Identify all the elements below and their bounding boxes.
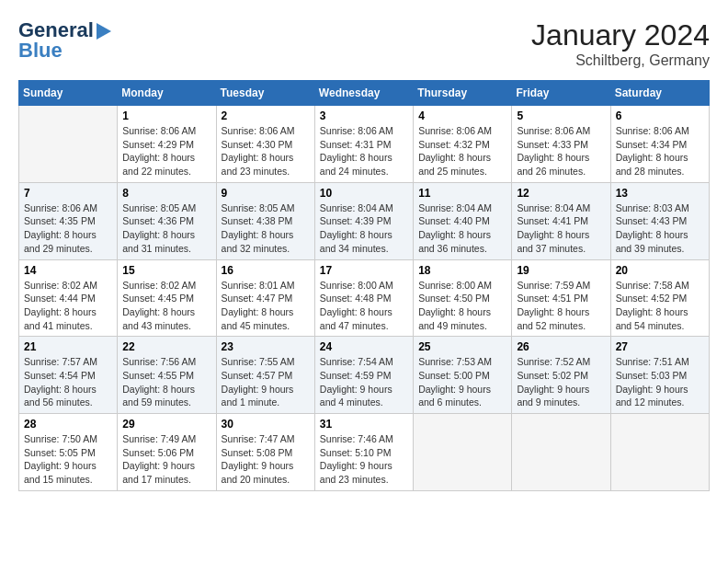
day-number: 14 <box>24 264 112 277</box>
calendar-week-row: 1Sunrise: 8:06 AMSunset: 4:29 PMDaylight… <box>19 106 710 183</box>
month-title: January 2024 <box>531 18 710 52</box>
calendar-cell: 28Sunrise: 7:50 AMSunset: 5:05 PMDayligh… <box>19 414 118 491</box>
day-header-friday: Friday <box>512 81 610 106</box>
calendar-week-row: 7Sunrise: 8:06 AMSunset: 4:35 PMDaylight… <box>19 182 710 259</box>
day-info: Sunrise: 7:49 AMSunset: 5:06 PMDaylight:… <box>122 432 210 487</box>
day-number: 27 <box>616 340 704 353</box>
day-info: Sunrise: 8:06 AMSunset: 4:30 PMDaylight:… <box>222 124 310 178</box>
day-number: 25 <box>418 340 506 353</box>
day-number: 31 <box>320 418 408 431</box>
day-number: 28 <box>24 418 112 431</box>
logo-blue: Blue <box>18 39 63 63</box>
calendar-cell: 2Sunrise: 8:06 AMSunset: 4:30 PMDaylight… <box>216 106 314 183</box>
day-info: Sunrise: 7:56 AMSunset: 4:55 PMDaylight:… <box>122 355 210 409</box>
day-number: 7 <box>24 187 112 200</box>
calendar-cell <box>19 106 118 183</box>
day-info: Sunrise: 7:52 AMSunset: 5:02 PMDaylight:… <box>517 355 605 409</box>
calendar-cell: 29Sunrise: 7:49 AMSunset: 5:06 PMDayligh… <box>118 414 216 491</box>
day-info: Sunrise: 8:05 AMSunset: 4:36 PMDaylight:… <box>122 201 210 256</box>
calendar-cell <box>512 414 610 491</box>
day-number: 17 <box>320 264 408 277</box>
calendar-cell: 12Sunrise: 8:04 AMSunset: 4:41 PMDayligh… <box>512 182 610 259</box>
calendar-cell: 21Sunrise: 7:57 AMSunset: 4:54 PMDayligh… <box>19 337 118 414</box>
day-info: Sunrise: 8:02 AMSunset: 4:45 PMDaylight:… <box>122 279 210 333</box>
calendar-cell: 5Sunrise: 8:06 AMSunset: 4:33 PMDaylight… <box>512 106 610 183</box>
day-number: 24 <box>320 340 408 353</box>
day-number: 23 <box>222 340 310 353</box>
day-number: 5 <box>517 109 605 122</box>
day-number: 3 <box>320 109 408 122</box>
calendar-cell: 25Sunrise: 7:53 AMSunset: 5:00 PMDayligh… <box>414 337 512 414</box>
day-number: 22 <box>122 340 210 353</box>
calendar-cell: 20Sunrise: 7:58 AMSunset: 4:52 PMDayligh… <box>610 259 709 337</box>
calendar-cell: 18Sunrise: 8:00 AMSunset: 4:50 PMDayligh… <box>414 259 512 337</box>
day-info: Sunrise: 7:55 AMSunset: 4:57 PMDaylight:… <box>222 355 310 409</box>
calendar-table: SundayMondayTuesdayWednesdayThursdayFrid… <box>18 80 710 491</box>
calendar-cell <box>414 414 512 491</box>
calendar-cell: 4Sunrise: 8:06 AMSunset: 4:32 PMDaylight… <box>414 106 512 183</box>
calendar-week-row: 28Sunrise: 7:50 AMSunset: 5:05 PMDayligh… <box>19 414 710 491</box>
title-block: January 2024 Schiltberg, Germany <box>531 18 710 69</box>
day-header-thursday: Thursday <box>414 81 512 106</box>
day-number: 21 <box>24 340 112 353</box>
calendar-cell: 22Sunrise: 7:56 AMSunset: 4:55 PMDayligh… <box>118 337 216 414</box>
day-info: Sunrise: 8:06 AMSunset: 4:31 PMDaylight:… <box>320 124 408 178</box>
day-number: 11 <box>418 187 506 200</box>
day-number: 19 <box>517 264 605 277</box>
day-info: Sunrise: 7:59 AMSunset: 4:51 PMDaylight:… <box>517 279 605 333</box>
calendar-cell: 6Sunrise: 8:06 AMSunset: 4:34 PMDaylight… <box>610 106 709 183</box>
day-number: 4 <box>418 109 506 122</box>
calendar-cell: 9Sunrise: 8:05 AMSunset: 4:38 PMDaylight… <box>216 182 314 259</box>
day-info: Sunrise: 8:06 AMSunset: 4:35 PMDaylight:… <box>24 201 112 256</box>
calendar-cell: 14Sunrise: 8:02 AMSunset: 4:44 PMDayligh… <box>19 259 118 337</box>
day-number: 9 <box>222 187 310 200</box>
day-info: Sunrise: 8:06 AMSunset: 4:29 PMDaylight:… <box>122 124 210 178</box>
day-number: 10 <box>320 187 408 200</box>
day-header-tuesday: Tuesday <box>216 81 314 106</box>
day-info: Sunrise: 8:04 AMSunset: 4:40 PMDaylight:… <box>418 201 506 256</box>
calendar-cell: 7Sunrise: 8:06 AMSunset: 4:35 PMDaylight… <box>19 182 118 259</box>
day-header-sunday: Sunday <box>19 81 118 106</box>
day-info: Sunrise: 7:47 AMSunset: 5:08 PMDaylight:… <box>222 432 310 487</box>
day-info: Sunrise: 7:58 AMSunset: 4:52 PMDaylight:… <box>616 279 704 333</box>
calendar-cell: 26Sunrise: 7:52 AMSunset: 5:02 PMDayligh… <box>512 337 610 414</box>
day-info: Sunrise: 8:06 AMSunset: 4:33 PMDaylight:… <box>517 124 605 178</box>
day-number: 26 <box>517 340 605 353</box>
day-info: Sunrise: 7:46 AMSunset: 5:10 PMDaylight:… <box>320 432 408 487</box>
day-info: Sunrise: 8:06 AMSunset: 4:32 PMDaylight:… <box>418 124 506 178</box>
day-info: Sunrise: 8:02 AMSunset: 4:44 PMDaylight:… <box>24 279 112 333</box>
calendar-cell: 3Sunrise: 8:06 AMSunset: 4:31 PMDaylight… <box>314 106 413 183</box>
day-info: Sunrise: 8:04 AMSunset: 4:41 PMDaylight:… <box>517 201 605 256</box>
calendar-cell: 17Sunrise: 8:00 AMSunset: 4:48 PMDayligh… <box>314 259 413 337</box>
day-number: 15 <box>122 264 210 277</box>
day-info: Sunrise: 7:54 AMSunset: 4:59 PMDaylight:… <box>320 355 408 409</box>
day-info: Sunrise: 7:50 AMSunset: 5:05 PMDaylight:… <box>24 432 112 487</box>
calendar-header-row: SundayMondayTuesdayWednesdayThursdayFrid… <box>19 81 710 106</box>
calendar-week-row: 21Sunrise: 7:57 AMSunset: 4:54 PMDayligh… <box>19 337 710 414</box>
calendar-cell: 16Sunrise: 8:01 AMSunset: 4:47 PMDayligh… <box>216 259 314 337</box>
day-number: 2 <box>222 109 310 122</box>
day-info: Sunrise: 8:06 AMSunset: 4:34 PMDaylight:… <box>616 124 704 178</box>
calendar-cell: 19Sunrise: 7:59 AMSunset: 4:51 PMDayligh… <box>512 259 610 337</box>
day-number: 20 <box>616 264 704 277</box>
calendar-cell: 31Sunrise: 7:46 AMSunset: 5:10 PMDayligh… <box>314 414 413 491</box>
day-number: 29 <box>122 418 210 431</box>
calendar-cell: 11Sunrise: 8:04 AMSunset: 4:40 PMDayligh… <box>414 182 512 259</box>
day-info: Sunrise: 7:51 AMSunset: 5:03 PMDaylight:… <box>616 355 704 409</box>
day-number: 16 <box>222 264 310 277</box>
day-info: Sunrise: 8:00 AMSunset: 4:50 PMDaylight:… <box>418 279 506 333</box>
location: Schiltberg, Germany <box>531 52 710 69</box>
day-header-wednesday: Wednesday <box>314 81 413 106</box>
day-number: 18 <box>418 264 506 277</box>
day-number: 12 <box>517 187 605 200</box>
calendar-cell: 24Sunrise: 7:54 AMSunset: 4:59 PMDayligh… <box>314 337 413 414</box>
logo-arrow-icon <box>97 23 111 40</box>
day-info: Sunrise: 8:03 AMSunset: 4:43 PMDaylight:… <box>616 201 704 256</box>
logo: General Blue <box>18 18 111 63</box>
calendar-cell <box>610 414 709 491</box>
calendar-cell: 13Sunrise: 8:03 AMSunset: 4:43 PMDayligh… <box>610 182 709 259</box>
calendar-cell: 8Sunrise: 8:05 AMSunset: 4:36 PMDaylight… <box>118 182 216 259</box>
calendar-cell: 27Sunrise: 7:51 AMSunset: 5:03 PMDayligh… <box>610 337 709 414</box>
day-info: Sunrise: 8:05 AMSunset: 4:38 PMDaylight:… <box>222 201 310 256</box>
day-info: Sunrise: 8:00 AMSunset: 4:48 PMDaylight:… <box>320 279 408 333</box>
